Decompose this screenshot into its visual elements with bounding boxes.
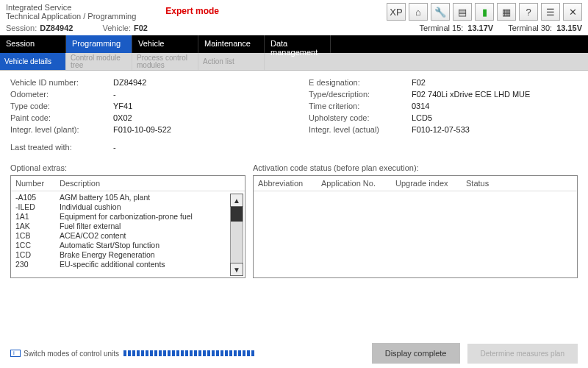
activation-body: [254, 191, 577, 274]
info-icon: [10, 350, 21, 357]
extras-number: 230: [15, 260, 60, 269]
subtab-control-module-tree[interactable]: Control module tree: [66, 53, 132, 70]
activation-col-upgrade: Upgrade index: [395, 179, 462, 188]
field-value: F010-10-09-522: [113, 125, 171, 134]
scroll-track[interactable]: [230, 207, 243, 263]
grid-icon[interactable]: ▦: [497, 3, 516, 21]
scroll-thumb[interactable]: [231, 207, 243, 222]
extras-desc: Equipment for carbonization-prone fuel: [60, 212, 193, 222]
field-label: Upholstery code:: [309, 113, 412, 122]
extras-number: 1CC: [15, 241, 60, 250]
extras-desc: EU-specific additional contents: [60, 260, 165, 269]
subtab-process-control-modules[interactable]: Process control modules: [132, 53, 198, 70]
extras-col-number: Number: [15, 179, 60, 188]
vehicle-value: F02: [134, 24, 148, 32]
help-icon[interactable]: ?: [519, 3, 538, 21]
terminal30-value: 13.15V: [556, 24, 582, 32]
field-value: F02 740Li xDrive ECE LHD MUE: [412, 90, 530, 99]
scroll-down-button[interactable]: ▼: [230, 263, 243, 276]
wrench-icon[interactable]: 🔧: [431, 3, 450, 21]
tab-session[interactable]: Session: [0, 35, 66, 53]
extras-row[interactable]: -ILEDIndividual cushion: [15, 202, 240, 212]
field-value: YF41: [113, 102, 132, 110]
field-label: Type code:: [10, 102, 113, 110]
field-label: Integr. level (actual): [309, 125, 412, 134]
extras-desc: Individual cushion: [60, 202, 121, 212]
extras-desc: ACEA/CO2 content: [60, 231, 126, 241]
battery-icon[interactable]: ▮: [475, 3, 494, 21]
scroll-up-button[interactable]: ▲: [230, 194, 243, 207]
extras-number: -A105: [15, 193, 60, 202]
session-value: DZ84942: [40, 24, 73, 32]
field-label: E designation:: [309, 78, 412, 87]
terminal15-value: 13.17V: [467, 24, 493, 32]
home-icon[interactable]: ⌂: [409, 3, 428, 21]
extras-desc: Brake Energy Regeneration: [60, 250, 155, 260]
field-label: Paint code:: [10, 113, 113, 122]
activation-col-status: Status: [466, 179, 489, 188]
activation-col-appno: Application No.: [321, 179, 391, 188]
extras-row[interactable]: 1CCAutomatic Start/Stop function: [15, 241, 240, 250]
extras-row[interactable]: 1A1Equipment for carbonization-prone fue…: [15, 212, 240, 222]
tab-programming[interactable]: Programming: [66, 35, 132, 53]
extras-row[interactable]: 1CDBrake Energy Regeneration: [15, 250, 240, 260]
subtab-action-list[interactable]: Action list: [198, 53, 265, 70]
terminal15-label: Terminal 15:: [419, 24, 463, 32]
terminal30-label: Terminal 30:: [508, 24, 552, 32]
display-complete-button[interactable]: Display complete: [372, 343, 460, 364]
vehicle-label: Vehicle:: [102, 24, 131, 32]
extras-row[interactable]: 230EU-specific additional contents: [15, 260, 240, 269]
layout-icon[interactable]: ☰: [541, 3, 560, 21]
extras-number: -ILED: [15, 202, 60, 212]
activation-status-label: Activation code status (before plan exec…: [253, 163, 578, 172]
extras-row[interactable]: 1AKFuel filter external: [15, 222, 240, 231]
field-value: 0X02: [113, 113, 132, 122]
field-label: Vehicle ID number:: [10, 78, 113, 87]
last-treated-label: Last treated with:: [10, 143, 113, 152]
extras-number: 1A1: [15, 212, 60, 222]
field-label: Time criterion:: [309, 102, 412, 110]
extras-desc: Fuel filter external: [60, 222, 121, 231]
field-label: Type/description:: [309, 90, 412, 99]
tab-vehicle[interactable]: Vehicle: [132, 35, 198, 53]
XP-icon[interactable]: XP: [387, 3, 406, 21]
app-title-1: Integrated Service: [6, 3, 136, 12]
extras-desc: Automatic Start/Stop function: [60, 241, 159, 250]
session-label: Session:: [6, 24, 37, 32]
optional-extras-label: Optional extras:: [10, 163, 245, 172]
extras-number: 1CD: [15, 250, 60, 260]
tab-maintenance[interactable]: Maintenance: [198, 35, 265, 53]
field-value: F02: [412, 78, 426, 87]
field-value: LCD5: [412, 113, 432, 122]
extras-col-description: Description: [60, 179, 100, 188]
field-value: -: [113, 90, 116, 99]
extras-desc: AGM battery 105 Ah, plant: [60, 193, 150, 202]
page-icon[interactable]: ▤: [453, 3, 472, 21]
field-value: DZ84942: [113, 78, 146, 87]
tab-data-management[interactable]: Data management: [265, 35, 331, 53]
extras-row[interactable]: -A105AGM battery 105 Ah, plant: [15, 193, 240, 202]
close-icon[interactable]: ✕: [563, 3, 582, 21]
progress-bar: [123, 350, 256, 356]
field-value: F010-12-07-533: [412, 125, 470, 134]
extras-number: 1AK: [15, 222, 60, 231]
last-treated-value: -: [113, 143, 116, 152]
field-label: Integr. level (plant):: [10, 125, 113, 134]
app-title-2: Technical Application / Programming: [6, 12, 136, 21]
expert-mode-label: Expert mode: [165, 3, 219, 16]
activation-col-abbrev: Abbreviation: [258, 179, 317, 188]
progress-label: Switch modes of control units: [24, 350, 119, 358]
extras-number: 1CB: [15, 231, 60, 241]
field-label: Odometer:: [10, 90, 113, 99]
subtab-vehicle-details[interactable]: Vehicle details: [0, 53, 66, 70]
determine-plan-button: Determine measures plan: [467, 344, 578, 364]
field-value: 0314: [412, 102, 429, 110]
extras-row[interactable]: 1CBACEA/CO2 content: [15, 231, 240, 241]
